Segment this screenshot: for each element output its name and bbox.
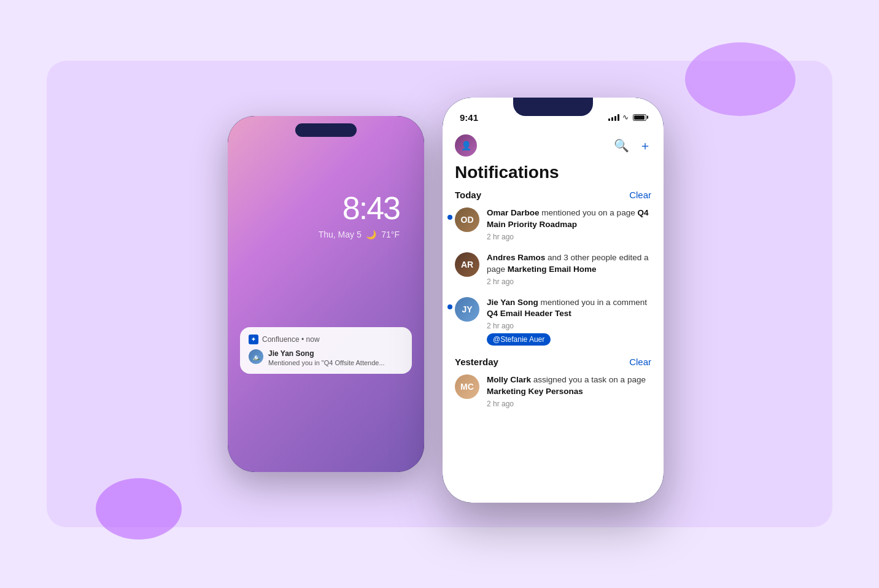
notif-card-text: Mentioned you in "Q4 Offsite Attende...: [268, 359, 385, 366]
notif-card-name: Jie Yan Song: [268, 349, 385, 358]
phone-back-time: 8:43: [343, 190, 400, 226]
notification-item-jie[interactable]: JY Jie Yan Song mentioned you in a comme…: [455, 297, 651, 346]
notif-name-jie: Jie Yan Song: [487, 298, 538, 307]
app-header: 👤 🔍 ＋: [443, 130, 664, 163]
signal-bar-2: [611, 117, 613, 121]
notif-content-omar: Omar Darboe mentioned you on a page Q4 M…: [487, 207, 651, 241]
phone-back-date: Thu, May 5 🌙 71°F: [319, 230, 400, 239]
status-time: 9:41: [460, 112, 478, 123]
avatar-molly: MC: [455, 374, 479, 399]
notif-content-jie: Jie Yan Song mentioned you in a comment …: [487, 297, 651, 346]
section-header-today: Today Clear: [455, 190, 651, 200]
unread-dot-omar: [447, 215, 452, 220]
avatar-jie: JY: [455, 297, 479, 322]
notif-text-jie: Jie Yan Song mentioned you in a comment …: [487, 297, 651, 320]
notif-content-molly: Molly Clark assigned you a task on a pag…: [487, 374, 651, 408]
section-label-yesterday: Yesterday: [455, 357, 498, 367]
section-clear-yesterday[interactable]: Clear: [629, 357, 651, 367]
phone-front-screen: 9:41 ∿: [443, 98, 664, 503]
lock-screen-notification: ✦ Confluence • now 🏔️ Jie Yan Song Menti…: [240, 327, 412, 374]
phone-back-screen: 8:43 Thu, May 5 🌙 71°F ✦ Confluence • no…: [228, 116, 424, 472]
notif-card-avatar: 🏔️: [249, 349, 263, 364]
status-icons: ∿: [608, 113, 646, 122]
notif-name-andres: Andres Ramos: [487, 253, 545, 262]
notif-card-body: 🏔️ Jie Yan Song Mentioned you in "Q4 Off…: [249, 349, 403, 366]
phone-notch: [513, 98, 593, 116]
wifi-icon: ∿: [622, 113, 629, 122]
notifications-list: Today Clear OD Omar Darboe mentioned you…: [443, 190, 664, 419]
notif-name-omar: Omar Darboe: [487, 208, 540, 217]
confluence-icon: ✦: [249, 335, 258, 344]
signal-bar-1: [608, 118, 610, 121]
notif-time-andres: 2 hr ago: [487, 277, 651, 286]
section-label-today: Today: [455, 190, 481, 200]
user-avatar[interactable]: 👤: [455, 134, 477, 157]
add-icon[interactable]: ＋: [639, 137, 651, 154]
battery-fill: [634, 115, 645, 120]
notif-page-molly: Marketing Key Personas: [487, 387, 583, 396]
mention-tag[interactable]: @Stefanie Auer: [487, 333, 551, 346]
signal-bar-4: [618, 114, 619, 121]
notif-name-molly: Molly Clark: [487, 375, 531, 384]
section-header-yesterday: Yesterday Clear: [455, 357, 651, 367]
notif-text-molly: Molly Clark assigned you a task on a pag…: [487, 374, 651, 398]
notif-card-app: Confluence • now: [262, 335, 320, 344]
phone-back-notch: [295, 123, 357, 137]
phones-container: 8:43 Thu, May 5 🌙 71°F ✦ Confluence • no…: [209, 85, 670, 503]
avatar-omar: OD: [455, 207, 479, 232]
notification-item-omar[interactable]: OD Omar Darboe mentioned you on a page Q…: [455, 207, 651, 241]
notif-page-jie: Q4 Email Header Test: [487, 309, 571, 318]
signal-bars-icon: [608, 114, 619, 121]
notif-page-andres: Marketing Email Home: [508, 265, 597, 274]
phone-front: 9:41 ∿: [443, 98, 664, 503]
notif-time-jie: 2 hr ago: [487, 322, 651, 330]
avatar-andres: AR: [455, 252, 479, 277]
notif-card-header: ✦ Confluence • now: [249, 335, 403, 344]
notif-content-andres: Andres Ramos and 3 other people edited a…: [487, 252, 651, 286]
search-icon[interactable]: 🔍: [614, 138, 629, 153]
signal-bar-3: [614, 116, 616, 121]
notif-text-omar: Omar Darboe mentioned you on a page Q4 M…: [487, 207, 651, 231]
notification-item-molly[interactable]: MC Molly Clark assigned you a task on a …: [455, 374, 651, 408]
notif-time-omar: 2 hr ago: [487, 233, 651, 241]
notification-item-andres[interactable]: AR Andres Ramos and 3 other people edite…: [455, 252, 651, 286]
battery-icon: [633, 114, 646, 121]
notif-card-content: Jie Yan Song Mentioned you in "Q4 Offsit…: [268, 349, 385, 366]
notif-text-andres: Andres Ramos and 3 other people edited a…: [487, 252, 651, 276]
header-actions: 🔍 ＋: [614, 137, 651, 154]
notifications-title: Notifications: [443, 163, 664, 190]
background-card: 8:43 Thu, May 5 🌙 71°F ✦ Confluence • no…: [47, 61, 832, 527]
notif-time-molly: 2 hr ago: [487, 400, 651, 408]
unread-dot-jie: [447, 304, 452, 309]
section-clear-today[interactable]: Clear: [629, 190, 651, 200]
phone-back: 8:43 Thu, May 5 🌙 71°F ✦ Confluence • no…: [228, 116, 424, 472]
